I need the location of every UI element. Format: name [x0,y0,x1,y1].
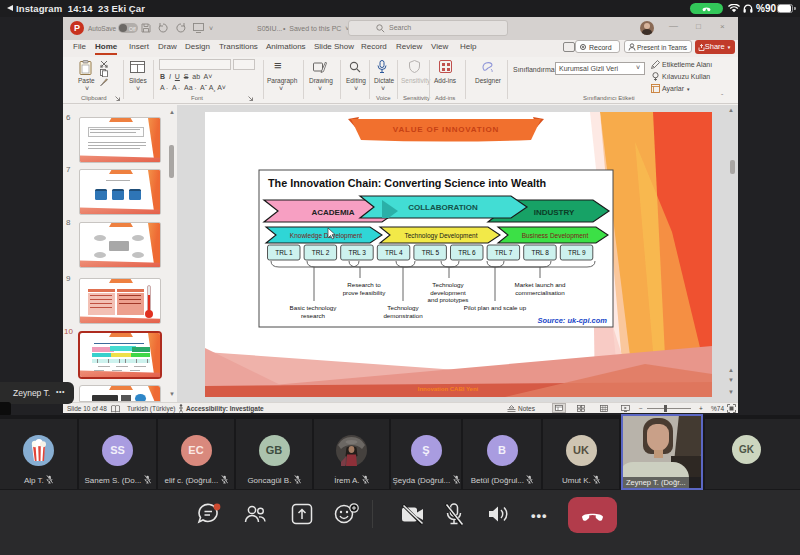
svg-text:VALUE OF INNOVATION: VALUE OF INNOVATION [393,125,499,134]
svg-text:Market launch and: Market launch and [515,281,566,288]
svg-text:Technology Development: Technology Development [405,232,478,240]
svg-text:Technology: Technology [387,304,419,311]
svg-text:Knowledge Development: Knowledge Development [290,232,362,240]
svg-text:and prototypes: and prototypes [428,296,469,303]
svg-text:Basic technology: Basic technology [290,304,338,311]
svg-text:Business Development: Business Development [522,232,589,240]
svg-text:TRL 5: TRL 5 [422,249,440,256]
svg-text:ACADEMIA: ACADEMIA [311,208,354,217]
svg-text:The Innovation Chain: Converti: The Innovation Chain: Converting Science… [268,177,546,189]
svg-text:research: research [301,312,326,319]
svg-text:TRL 4: TRL 4 [385,249,403,256]
svg-text:Pilot plan and scale up: Pilot plan and scale up [464,304,527,311]
svg-text:Research to: Research to [347,281,381,288]
svg-text:Innovation CABI Yeni: Innovation CABI Yeni [418,386,479,392]
svg-text:TRL 1: TRL 1 [275,249,293,256]
svg-text:demonstration: demonstration [383,312,423,319]
svg-text:COLLABORATION: COLLABORATION [408,203,478,212]
svg-text:TRL 7: TRL 7 [495,249,513,256]
svg-text:TRL 6: TRL 6 [458,249,476,256]
svg-text:TRL 3: TRL 3 [348,249,366,256]
svg-text:TRL 8: TRL 8 [531,249,549,256]
svg-text:TRL 9: TRL 9 [568,249,586,256]
svg-text:INDUSTRY: INDUSTRY [534,208,575,217]
svg-text:prove feasibility: prove feasibility [343,289,387,296]
svg-text:commercialisation: commercialisation [515,289,565,296]
svg-text:Technology: Technology [432,281,464,288]
svg-text:development: development [430,289,466,296]
svg-text:Source: uk-cpi.com: Source: uk-cpi.com [537,316,607,325]
svg-text:TRL 2: TRL 2 [312,249,330,256]
